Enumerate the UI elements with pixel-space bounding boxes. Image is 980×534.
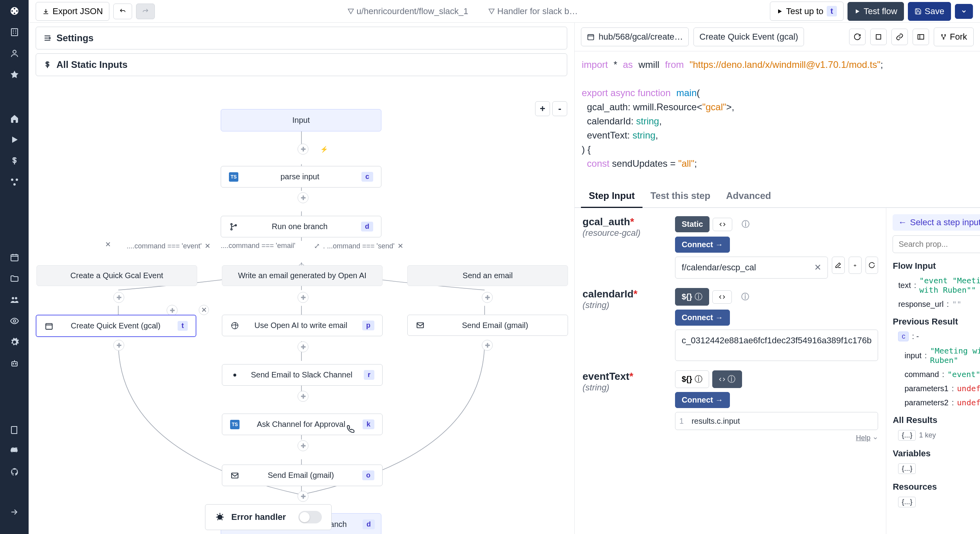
branch-condition-event[interactable]: ....command === 'event'✕: [127, 242, 211, 250]
discord-icon[interactable]: [7, 444, 22, 458]
tab-step-input[interactable]: Step Input: [581, 185, 642, 208]
prop-command[interactable]: command : "event": [893, 370, 980, 379]
expand-icon[interactable]: [7, 505, 22, 519]
variables-obj[interactable]: {...}: [893, 463, 980, 474]
search-prop-input[interactable]: [893, 235, 980, 253]
add-step-button[interactable]: ✚: [298, 391, 309, 402]
close-branch-button[interactable]: ✕: [103, 240, 113, 249]
layout-button[interactable]: [913, 29, 929, 45]
help-link[interactable]: Help: [675, 434, 878, 442]
branch-condition-send[interactable]: ⤢. ...ommand === 'send'✕: [314, 242, 403, 250]
prop-parameters2[interactable]: parameters2 : undefined: [893, 398, 980, 407]
interp-chip[interactable]: ${} ⓘ: [675, 288, 709, 306]
branch-label-b[interactable]: Write an email generated by Open AI: [222, 265, 383, 286]
integrations-icon[interactable]: [7, 175, 22, 189]
save-button[interactable]: Save: [908, 2, 951, 21]
users-icon[interactable]: [7, 293, 22, 307]
all-results-obj[interactable]: {...} 1 key: [893, 430, 980, 441]
add-step-button[interactable]: ✚: [298, 292, 309, 303]
flow-canvas[interactable]: Settings All Static Inputs + -: [29, 23, 574, 534]
building-icon[interactable]: [7, 25, 22, 39]
branch-label-c[interactable]: Send an email: [407, 265, 568, 286]
add-button[interactable]: ✚: [167, 305, 178, 316]
add-step-button[interactable]: ✚: [482, 292, 493, 303]
star-icon[interactable]: [7, 67, 22, 82]
robot-icon[interactable]: [7, 356, 22, 370]
static-chip[interactable]: Static: [675, 216, 710, 232]
settings-row[interactable]: Settings: [36, 27, 567, 49]
undo-button[interactable]: [113, 4, 132, 19]
branch-label-a[interactable]: Create a Quick Gcal Event: [36, 265, 197, 286]
folder-icon[interactable]: [7, 272, 22, 286]
interp-chip[interactable]: ${} ⓘ: [675, 370, 709, 388]
step-openai-email[interactable]: Use Open AI to write email p: [222, 315, 383, 336]
branch-condition-email[interactable]: ....command === 'email': [221, 242, 295, 250]
select-step-input-button[interactable]: ← Select a step input: [893, 214, 980, 231]
link-button[interactable]: [891, 29, 908, 45]
move-icon[interactable]: ⤢: [314, 242, 320, 250]
add-step-button[interactable]: ✚: [113, 292, 124, 303]
step-send-email-gmail-1[interactable]: Send Email (gmail): [407, 315, 568, 336]
static-inputs-row[interactable]: All Static Inputs: [36, 53, 567, 76]
prop-input[interactable]: input : "Meeting with Ruben": [893, 346, 980, 365]
delete-step-button[interactable]: ✕: [199, 305, 209, 315]
user-icon[interactable]: [7, 46, 22, 60]
add-step-button[interactable]: ✚: [298, 192, 309, 203]
test-up-to-button[interactable]: Test up to t: [770, 2, 844, 21]
dollar-icon[interactable]: [7, 154, 22, 168]
error-handler-panel[interactable]: Error handler: [205, 504, 332, 530]
github-icon[interactable]: [7, 465, 22, 479]
step-create-quick-event[interactable]: Create Quick Event (gcal) t: [36, 315, 196, 337]
step-send-slack[interactable]: Send Email to Slack Channel r: [222, 364, 383, 386]
code-chip[interactable]: [712, 290, 732, 304]
code-editor[interactable]: import * as wmill from "https://deno.lan…: [575, 51, 980, 185]
clear-icon[interactable]: ✕: [814, 262, 821, 273]
zoom-in-button[interactable]: +: [535, 101, 550, 116]
step-ask-approval[interactable]: TS Ask Channel for Approval k: [222, 414, 383, 435]
error-handler-toggle[interactable]: [298, 511, 322, 523]
step-send-email-gmail-2[interactable]: Send Email (gmail) o: [222, 465, 383, 486]
add-step-button[interactable]: ✚: [298, 491, 309, 502]
test-flow-button[interactable]: Test flow: [848, 2, 904, 21]
step-name-box[interactable]: Create Quick Event (gcal): [693, 27, 804, 46]
save-dropdown-button[interactable]: [955, 4, 973, 19]
info-icon[interactable]: ⓘ: [735, 216, 756, 233]
export-json-button[interactable]: Export JSON: [36, 2, 109, 21]
gcal-auth-input[interactable]: f/calendar/escp_cal ✕: [675, 257, 828, 279]
step-parse-input[interactable]: TS parse input c: [221, 166, 381, 188]
prop-text[interactable]: text : "event "Meeting with Ruben"": [893, 276, 980, 295]
reload-button[interactable]: [866, 257, 878, 274]
prop-response-url[interactable]: response_url : "": [893, 299, 980, 309]
maximize-button[interactable]: [870, 29, 887, 45]
eye-icon[interactable]: [7, 314, 22, 328]
connect-button[interactable]: Connect →: [675, 392, 730, 408]
calendar-icon[interactable]: [7, 250, 22, 264]
prop-prev-c[interactable]: c : -: [893, 332, 980, 341]
connect-button[interactable]: Connect →: [675, 310, 730, 326]
redo-button[interactable]: [136, 4, 155, 19]
add-button[interactable]: +: [849, 257, 862, 274]
flow-path[interactable]: u/henricourdent/flow_slack_1: [347, 6, 468, 16]
tab-test-step[interactable]: Test this step: [642, 185, 718, 208]
event-text-code-input[interactable]: 1results.c.input: [675, 412, 878, 430]
add-step-button[interactable]: ✚: [113, 340, 124, 351]
add-step-button[interactable]: ✚: [298, 341, 309, 352]
edit-button[interactable]: [832, 257, 845, 274]
add-step-button[interactable]: ✚: [482, 340, 493, 351]
book-icon[interactable]: [7, 423, 22, 437]
calendar-id-input[interactable]: c_0312442e881ae6fcf1dec23f54916a389f1c17…: [675, 330, 878, 361]
info-icon[interactable]: ⓘ: [735, 288, 755, 305]
prop-parameters1[interactable]: parameters1 : undefined: [893, 384, 980, 393]
refresh-button[interactable]: [849, 29, 866, 45]
close-icon[interactable]: ✕: [397, 242, 403, 250]
connect-button[interactable]: Connect →: [675, 237, 730, 253]
resources-obj[interactable]: {...}: [893, 497, 980, 507]
input-node[interactable]: Input: [221, 109, 381, 131]
add-step-button[interactable]: ✚: [298, 440, 309, 451]
tab-advanced[interactable]: Advanced: [718, 185, 779, 208]
handler-label[interactable]: Handler for slack b…: [488, 6, 578, 16]
settings-icon[interactable]: [7, 335, 22, 349]
fork-button[interactable]: Fork: [934, 27, 974, 46]
play-icon[interactable]: [7, 133, 22, 147]
code-chip[interactable]: [713, 218, 732, 231]
